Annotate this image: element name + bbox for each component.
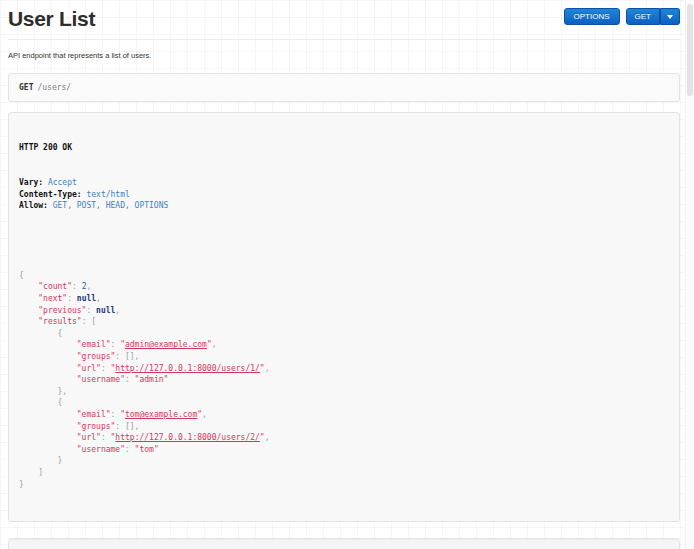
response-header-line: Vary: Accept (19, 177, 669, 189)
json-token (19, 340, 77, 349)
json-token (19, 294, 38, 303)
json-line: }, (19, 386, 669, 398)
json-token: "email" (77, 340, 111, 349)
json-token: : [], (115, 422, 139, 431)
json-token: : (125, 445, 135, 454)
json-line: } (19, 479, 669, 491)
json-line: { (19, 270, 669, 282)
json-token: : (72, 282, 82, 291)
json-token (19, 364, 77, 373)
json-token (19, 468, 38, 477)
json-token: null (77, 294, 96, 303)
get-dropdown-button[interactable] (660, 8, 680, 25)
json-link[interactable]: admin@example.com (125, 340, 207, 349)
json-line: "previous": null, (19, 305, 669, 317)
json-token: { (58, 398, 63, 407)
json-token: "tom" (135, 445, 159, 454)
json-token: { (58, 329, 63, 338)
scrollbar[interactable] (685, 0, 694, 549)
response-body: HTTP 200 OK Vary: AcceptContent-Type: te… (8, 112, 680, 522)
json-token: "next" (38, 294, 67, 303)
json-token: : (101, 433, 111, 442)
json-token (19, 433, 77, 442)
json-line: "count": 2, (19, 281, 669, 293)
json-token: "username" (77, 375, 125, 384)
json-token: "username" (77, 445, 125, 454)
json-line: "url": "http://127.0.0.1:8000/users/1/", (19, 363, 669, 375)
json-token: , (115, 306, 120, 315)
endpoint-description: API endpoint that represents a list of u… (8, 51, 680, 60)
json-line: "url": "http://127.0.0.1:8000/users/2/", (19, 432, 669, 444)
json-line: "email": "tom@example.com", (19, 409, 669, 421)
json-token (19, 306, 38, 315)
json-token (19, 398, 58, 407)
json-token (19, 282, 38, 291)
json-token: : (111, 410, 121, 419)
json-token: null (96, 306, 115, 315)
json-token (19, 456, 58, 465)
json-token: }, (58, 387, 68, 396)
json-token: "count" (38, 282, 72, 291)
json-token: : (67, 294, 77, 303)
json-link[interactable]: tom@example.com (125, 410, 197, 419)
json-token: , (265, 364, 270, 373)
json-line: "username": "admin" (19, 374, 669, 386)
request-line: GET/users/ (8, 73, 680, 102)
json-token: "url" (77, 433, 101, 442)
request-path: /users/ (37, 83, 71, 92)
response-status-line: HTTP 200 OK (19, 142, 669, 154)
json-token: ] (38, 468, 43, 477)
json-token (19, 329, 58, 338)
json-token: "groups" (77, 422, 116, 431)
json-line: "results": [ (19, 316, 669, 328)
json-token: } (19, 480, 24, 489)
json-token (19, 352, 77, 361)
json-token: "email" (77, 410, 111, 419)
json-token: , (265, 433, 270, 442)
json-token (19, 317, 38, 326)
json-line: "username": "tom" (19, 444, 669, 456)
get-button-group: GET (626, 8, 680, 25)
json-token (19, 445, 77, 454)
json-token: "groups" (77, 352, 116, 361)
json-line: ] (19, 467, 669, 479)
json-line: "groups": [], (19, 351, 669, 363)
toolbar: OPTIONS GET (564, 8, 680, 25)
get-button[interactable]: GET (626, 8, 660, 25)
json-token: , (96, 294, 101, 303)
json-token: "previous" (38, 306, 86, 315)
chevron-down-icon (667, 15, 673, 19)
json-token: "url" (77, 364, 101, 373)
json-token: "admin" (135, 375, 169, 384)
json-token: } (58, 456, 63, 465)
blank-line (19, 235, 669, 247)
json-token: , (86, 282, 91, 291)
json-token: : [], (115, 352, 139, 361)
json-token: : (86, 306, 96, 315)
json-token (19, 387, 58, 396)
json-token: : [ (82, 317, 96, 326)
json-line: "email": "admin@example.com", (19, 339, 669, 351)
json-token (19, 410, 77, 419)
json-line: "next": null, (19, 293, 669, 305)
json-line: { (19, 328, 669, 340)
json-token (19, 375, 77, 384)
json-token: "results" (38, 317, 81, 326)
options-button[interactable]: OPTIONS (564, 8, 620, 25)
json-token: : (111, 340, 121, 349)
json-token: { (19, 271, 24, 280)
json-line: } (19, 455, 669, 467)
scrollbar-thumb[interactable] (687, 4, 693, 96)
json-token: , (202, 410, 207, 419)
response-header-line: Content-Type: text/html (19, 189, 669, 201)
page: User List OPTIONS GET API endpoint that … (8, 0, 680, 549)
create-user-form: Username Email Groups POST (8, 538, 680, 549)
json-line: "groups": [], (19, 421, 669, 433)
json-link[interactable]: http://127.0.0.1:8000/users/2/ (115, 433, 260, 442)
response-header-line: Allow: GET, POST, HEAD, OPTIONS (19, 200, 669, 212)
json-line: { (19, 397, 669, 409)
page-title: User List (8, 7, 95, 30)
response-headers: Vary: AcceptContent-Type: text/htmlAllow… (19, 177, 669, 212)
json-link[interactable]: http://127.0.0.1:8000/users/1/ (115, 364, 260, 373)
json-token (19, 422, 77, 431)
